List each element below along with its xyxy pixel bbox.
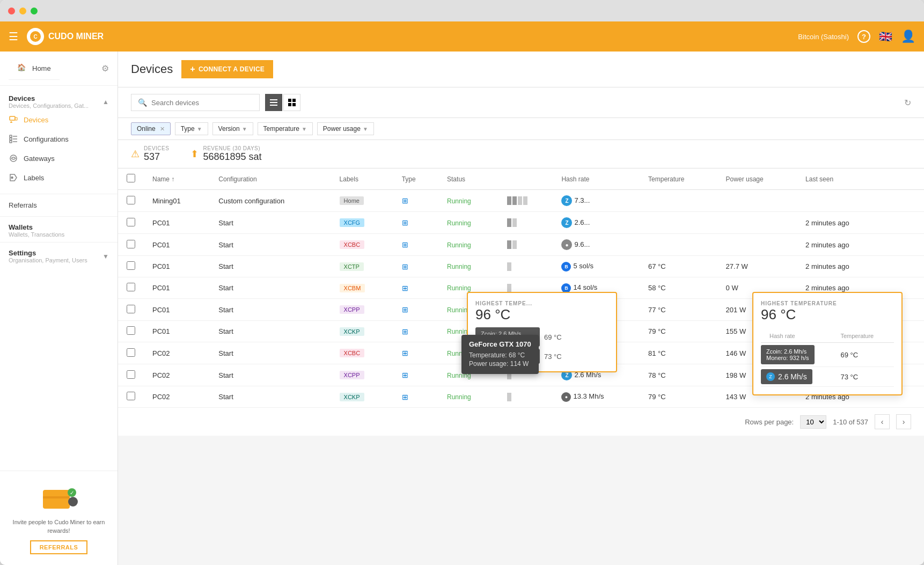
filter-power[interactable]: Power usage ▼ [317, 122, 374, 135]
card-right-hash-value: 2.6 Mh/s [778, 372, 807, 381]
svg-point-13 [11, 177, 13, 179]
row-checkbox[interactable] [127, 240, 135, 248]
hamburger-menu[interactable]: ☰ [9, 30, 18, 43]
device-name: PC01 [144, 299, 210, 321]
device-temp: 77 °C [640, 299, 717, 321]
connect-device-button[interactable]: + CONNECT A DEVICE [181, 60, 273, 78]
pagination-next-button[interactable]: › [896, 414, 911, 429]
page-title: Devices [131, 62, 173, 76]
device-config: Start [210, 364, 331, 386]
device-lastseen: 2 minutes ago [797, 256, 924, 277]
device-label-badge: XCBC [340, 240, 365, 249]
app-container: ☰ C CUDO MINER Bitcoin (Satoshi) ? 🇬🇧 👤 [0, 21, 924, 565]
card-left-temp-value: 96 °C [475, 306, 608, 323]
referrals-label: Referrals [9, 201, 37, 209]
card-right-row1-hash: Zcoin: 2.6 Mh/s Monero: 932 h/s [761, 343, 832, 367]
refresh-icon[interactable]: ↻ [904, 98, 911, 108]
device-config: Start [210, 299, 331, 321]
tooltip-title: GeForce GTX 1070 [469, 340, 531, 348]
device-lastseen: 2 minutes ago [797, 212, 924, 234]
sidebar-item-labels[interactable]: Labels [0, 168, 118, 187]
filter-type-arrow: ▼ [197, 126, 202, 132]
referrals-button[interactable]: REFERRALS [30, 540, 88, 554]
row-checkbox[interactable] [127, 370, 135, 379]
hash-bar [507, 218, 545, 227]
table-row: PC01 Start XCBC ⊞ Running ●9.6... 2 minu… [118, 234, 924, 256]
col-labels: Labels [331, 168, 393, 190]
hash-bar [507, 262, 545, 271]
logo-text: CUDO MINER [48, 32, 104, 41]
settings-collapse-icon[interactable]: ▼ [102, 253, 109, 260]
sidebar-item-labels-label: Labels [24, 174, 44, 182]
sidebar-item-gateways[interactable]: Gateways [0, 149, 118, 168]
devices-stat-value: 537 [144, 151, 169, 163]
table-row: Mining01 Custom configuration Home ⊞ Run… [118, 190, 924, 212]
help-icon[interactable]: ? [857, 30, 870, 43]
filters-bar: Online ✕ Type ▼ Version ▼ Temperature ▼ [118, 118, 924, 140]
top-navigation: ☰ C CUDO MINER Bitcoin (Satoshi) ? 🇬🇧 👤 [0, 21, 924, 52]
configurations-icon [9, 134, 18, 144]
filter-version[interactable]: Version ▼ [212, 122, 253, 135]
row-checkbox[interactable] [127, 283, 135, 291]
row-checkbox[interactable] [127, 392, 135, 400]
filter-power-label: Power usage [323, 125, 361, 133]
collapse-icon[interactable]: ▲ [102, 98, 109, 106]
revenue-stat-label: REVENUE (30 DAYS) [203, 145, 261, 151]
close-dot[interactable] [8, 8, 15, 14]
svg-rect-14 [270, 99, 277, 100]
revenue-stat-value: 56861895 sat [203, 151, 261, 163]
device-label-badge: XCBM [340, 284, 365, 292]
devices-stat-icon: ⚠ [131, 148, 140, 160]
referrals-image: ✓ [38, 482, 80, 514]
maximize-dot[interactable] [31, 8, 38, 14]
rows-per-page-select[interactable]: 10 25 50 [800, 415, 826, 429]
row-checkbox[interactable] [127, 305, 135, 313]
sidebar-item-referrals[interactable]: Referrals [0, 196, 118, 214]
grid-view-icon [288, 99, 296, 106]
svg-rect-6 [10, 135, 12, 137]
filter-type[interactable]: Type ▼ [175, 122, 208, 135]
search-input[interactable] [151, 99, 253, 107]
settings-icon[interactable]: ⚙ [101, 63, 109, 74]
main-content: Devices + CONNECT A DEVICE 🔍 [118, 52, 924, 565]
revenue-stat-icon: ⬆ [190, 148, 199, 160]
row-checkbox[interactable] [127, 196, 135, 204]
row-checkbox[interactable] [127, 348, 135, 357]
os-icon: ⊞ [402, 218, 408, 227]
grid-view-button[interactable] [283, 94, 300, 111]
sidebar-item-home[interactable]: 🏠 Home [9, 57, 60, 80]
coin-icon: B [561, 283, 571, 293]
sidebar-item-devices[interactable]: Devices [0, 110, 118, 129]
os-icon: ⊞ [402, 349, 408, 357]
svg-rect-3 [15, 118, 17, 120]
card-left-temp-label: HIGHEST TEMPE... [475, 300, 608, 306]
select-all-checkbox[interactable] [127, 174, 135, 182]
filter-online[interactable]: Online ✕ [131, 122, 171, 135]
connect-btn-label: CONNECT A DEVICE [199, 65, 265, 73]
minimize-dot[interactable] [19, 8, 26, 14]
device-label-badge: XCBC [340, 349, 365, 357]
app-window: ☰ C CUDO MINER Bitcoin (Satoshi) ? 🇬🇧 👤 [0, 0, 924, 565]
sidebar-item-configurations[interactable]: Configurations [0, 129, 118, 149]
flag-icon[interactable]: 🇬🇧 [879, 30, 892, 43]
device-status: Running [447, 263, 471, 270]
coin-icon: Z [561, 217, 572, 228]
table-header: Name ↑ Configuration Labels Type Status … [118, 168, 924, 190]
device-lastseen: 2 minutes ago [797, 234, 924, 256]
devices-stat-content: DEVICES 537 [144, 145, 169, 163]
row-checkbox[interactable] [127, 261, 135, 270]
filter-online-label: Online [137, 125, 156, 133]
toolbar: 🔍 [118, 87, 924, 118]
os-icon: ⊞ [402, 196, 408, 205]
device-temp [640, 212, 717, 234]
list-view-button[interactable] [265, 94, 282, 111]
user-avatar-icon[interactable]: 👤 [901, 30, 915, 43]
svg-text:C: C [33, 34, 37, 40]
row-checkbox[interactable] [127, 326, 135, 335]
pagination-prev-button[interactable]: ‹ [875, 414, 890, 429]
filter-temperature[interactable]: Temperature ▼ [258, 122, 313, 135]
row-checkbox[interactable] [127, 218, 135, 226]
wallets-section-subtitle: Wallets, Transactions [9, 231, 109, 238]
coin-icon: ● [561, 392, 571, 402]
filter-online-close[interactable]: ✕ [160, 126, 165, 133]
